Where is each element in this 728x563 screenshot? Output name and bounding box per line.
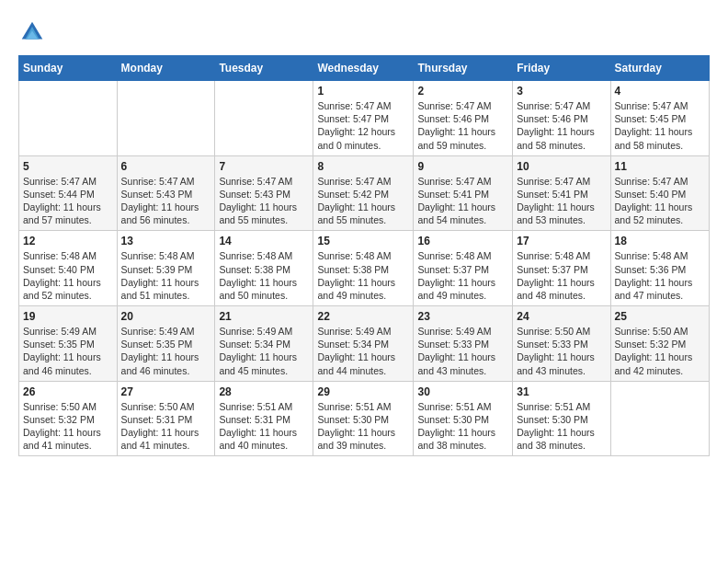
day-number: 13 <box>121 235 211 247</box>
day-number: 22 <box>317 310 409 323</box>
weekday-header-saturday: Saturday <box>610 56 709 81</box>
day-number: 20 <box>121 310 211 323</box>
calendar-cell: 7Sunrise: 5:47 AM Sunset: 5:43 PM Daylig… <box>215 155 313 231</box>
day-number: 7 <box>219 160 309 173</box>
day-info: Sunrise: 5:50 AM Sunset: 5:32 PM Dayligh… <box>615 325 705 377</box>
calendar-cell: 14Sunrise: 5:48 AM Sunset: 5:38 PM Dayli… <box>215 231 313 306</box>
day-number: 11 <box>615 160 705 173</box>
day-number: 3 <box>517 85 606 98</box>
day-number: 30 <box>417 385 508 398</box>
day-number: 26 <box>23 385 113 398</box>
calendar-cell: 29Sunrise: 5:51 AM Sunset: 5:30 PM Dayli… <box>313 381 414 456</box>
day-info: Sunrise: 5:47 AM Sunset: 5:46 PM Dayligh… <box>417 99 508 152</box>
calendar-cell: 28Sunrise: 5:51 AM Sunset: 5:31 PM Dayli… <box>215 381 313 456</box>
day-number: 19 <box>23 310 113 323</box>
calendar-cell <box>117 81 215 156</box>
day-info: Sunrise: 5:47 AM Sunset: 5:43 PM Dayligh… <box>219 175 309 227</box>
calendar-table: SundayMondayTuesdayWednesdayThursdayFrid… <box>18 55 710 456</box>
day-info: Sunrise: 5:47 AM Sunset: 5:46 PM Dayligh… <box>517 99 606 152</box>
logo <box>18 18 51 46</box>
day-info: Sunrise: 5:51 AM Sunset: 5:30 PM Dayligh… <box>417 400 508 453</box>
day-number: 31 <box>517 385 606 398</box>
calendar-cell: 30Sunrise: 5:51 AM Sunset: 5:30 PM Dayli… <box>414 381 513 456</box>
day-info: Sunrise: 5:47 AM Sunset: 5:41 PM Dayligh… <box>417 175 508 227</box>
calendar-cell: 18Sunrise: 5:48 AM Sunset: 5:36 PM Dayli… <box>610 231 709 306</box>
day-info: Sunrise: 5:48 AM Sunset: 5:36 PM Dayligh… <box>615 249 705 302</box>
day-info: Sunrise: 5:47 AM Sunset: 5:41 PM Dayligh… <box>517 175 606 227</box>
day-number: 27 <box>121 385 211 398</box>
day-info: Sunrise: 5:51 AM Sunset: 5:30 PM Dayligh… <box>517 400 606 453</box>
day-number: 23 <box>417 310 508 323</box>
page-header <box>18 18 710 46</box>
day-number: 5 <box>23 160 113 173</box>
calendar-cell: 2Sunrise: 5:47 AM Sunset: 5:46 PM Daylig… <box>414 81 513 156</box>
calendar-week-row: 12Sunrise: 5:48 AM Sunset: 5:40 PM Dayli… <box>19 231 710 306</box>
calendar-cell: 12Sunrise: 5:48 AM Sunset: 5:40 PM Dayli… <box>19 231 118 306</box>
day-info: Sunrise: 5:48 AM Sunset: 5:40 PM Dayligh… <box>23 249 113 302</box>
calendar-cell: 3Sunrise: 5:47 AM Sunset: 5:46 PM Daylig… <box>513 81 610 156</box>
day-number: 2 <box>417 85 508 98</box>
day-number: 21 <box>219 310 309 323</box>
weekday-header-wednesday: Wednesday <box>313 56 414 81</box>
day-info: Sunrise: 5:47 AM Sunset: 5:44 PM Dayligh… <box>23 175 113 227</box>
weekday-header-monday: Monday <box>117 56 215 81</box>
calendar-cell: 24Sunrise: 5:50 AM Sunset: 5:33 PM Dayli… <box>513 306 610 382</box>
calendar-cell: 8Sunrise: 5:47 AM Sunset: 5:42 PM Daylig… <box>313 155 414 231</box>
day-info: Sunrise: 5:48 AM Sunset: 5:38 PM Dayligh… <box>219 249 309 302</box>
day-number: 1 <box>317 85 409 98</box>
day-info: Sunrise: 5:51 AM Sunset: 5:30 PM Dayligh… <box>317 400 409 453</box>
calendar-cell: 9Sunrise: 5:47 AM Sunset: 5:41 PM Daylig… <box>414 155 513 231</box>
day-info: Sunrise: 5:49 AM Sunset: 5:35 PM Dayligh… <box>121 325 211 377</box>
calendar-week-row: 1Sunrise: 5:47 AM Sunset: 5:47 PM Daylig… <box>19 81 710 156</box>
day-info: Sunrise: 5:49 AM Sunset: 5:34 PM Dayligh… <box>219 325 309 377</box>
calendar-cell: 19Sunrise: 5:49 AM Sunset: 5:35 PM Dayli… <box>19 306 118 382</box>
calendar-cell: 1Sunrise: 5:47 AM Sunset: 5:47 PM Daylig… <box>313 81 414 156</box>
day-number: 29 <box>317 385 409 398</box>
weekday-header-sunday: Sunday <box>19 56 118 81</box>
calendar-cell: 6Sunrise: 5:47 AM Sunset: 5:43 PM Daylig… <box>117 155 215 231</box>
day-number: 17 <box>517 235 606 247</box>
calendar-cell <box>215 81 313 156</box>
calendar-cell: 13Sunrise: 5:48 AM Sunset: 5:39 PM Dayli… <box>117 231 215 306</box>
calendar-cell: 21Sunrise: 5:49 AM Sunset: 5:34 PM Dayli… <box>215 306 313 382</box>
calendar-cell <box>19 81 118 156</box>
day-number: 15 <box>317 235 409 247</box>
day-info: Sunrise: 5:48 AM Sunset: 5:39 PM Dayligh… <box>121 249 211 302</box>
calendar-cell: 22Sunrise: 5:49 AM Sunset: 5:34 PM Dayli… <box>313 306 414 382</box>
day-number: 12 <box>23 235 113 247</box>
calendar-cell: 27Sunrise: 5:50 AM Sunset: 5:31 PM Dayli… <box>117 381 215 456</box>
day-number: 24 <box>517 310 606 323</box>
calendar-cell: 11Sunrise: 5:47 AM Sunset: 5:40 PM Dayli… <box>610 155 709 231</box>
day-number: 6 <box>121 160 211 173</box>
calendar-cell: 4Sunrise: 5:47 AM Sunset: 5:45 PM Daylig… <box>610 81 709 156</box>
day-number: 10 <box>517 160 606 173</box>
calendar-cell: 31Sunrise: 5:51 AM Sunset: 5:30 PM Dayli… <box>513 381 610 456</box>
day-number: 28 <box>219 385 309 398</box>
day-info: Sunrise: 5:49 AM Sunset: 5:33 PM Dayligh… <box>417 325 508 377</box>
day-number: 4 <box>615 85 705 98</box>
calendar-cell <box>610 381 709 456</box>
calendar-week-row: 5Sunrise: 5:47 AM Sunset: 5:44 PM Daylig… <box>19 155 710 231</box>
day-info: Sunrise: 5:47 AM Sunset: 5:40 PM Dayligh… <box>615 175 705 227</box>
weekday-header-tuesday: Tuesday <box>215 56 313 81</box>
day-number: 8 <box>317 160 409 173</box>
weekday-header-thursday: Thursday <box>414 56 513 81</box>
day-info: Sunrise: 5:50 AM Sunset: 5:31 PM Dayligh… <box>121 400 211 453</box>
calendar-week-row: 26Sunrise: 5:50 AM Sunset: 5:32 PM Dayli… <box>19 381 710 456</box>
calendar-header-row: SundayMondayTuesdayWednesdayThursdayFrid… <box>19 56 710 81</box>
day-number: 14 <box>219 235 309 247</box>
day-info: Sunrise: 5:50 AM Sunset: 5:33 PM Dayligh… <box>517 325 606 377</box>
day-info: Sunrise: 5:48 AM Sunset: 5:38 PM Dayligh… <box>317 249 409 302</box>
day-info: Sunrise: 5:50 AM Sunset: 5:32 PM Dayligh… <box>23 400 113 453</box>
calendar-cell: 15Sunrise: 5:48 AM Sunset: 5:38 PM Dayli… <box>313 231 414 306</box>
day-info: Sunrise: 5:49 AM Sunset: 5:35 PM Dayligh… <box>23 325 113 377</box>
day-info: Sunrise: 5:47 AM Sunset: 5:43 PM Dayligh… <box>121 175 211 227</box>
day-info: Sunrise: 5:49 AM Sunset: 5:34 PM Dayligh… <box>317 325 409 377</box>
calendar-cell: 23Sunrise: 5:49 AM Sunset: 5:33 PM Dayli… <box>414 306 513 382</box>
day-info: Sunrise: 5:47 AM Sunset: 5:42 PM Dayligh… <box>317 175 409 227</box>
day-number: 18 <box>615 235 705 247</box>
calendar-cell: 5Sunrise: 5:47 AM Sunset: 5:44 PM Daylig… <box>19 155 118 231</box>
calendar-cell: 10Sunrise: 5:47 AM Sunset: 5:41 PM Dayli… <box>513 155 610 231</box>
weekday-header-friday: Friday <box>513 56 610 81</box>
day-info: Sunrise: 5:51 AM Sunset: 5:31 PM Dayligh… <box>219 400 309 453</box>
